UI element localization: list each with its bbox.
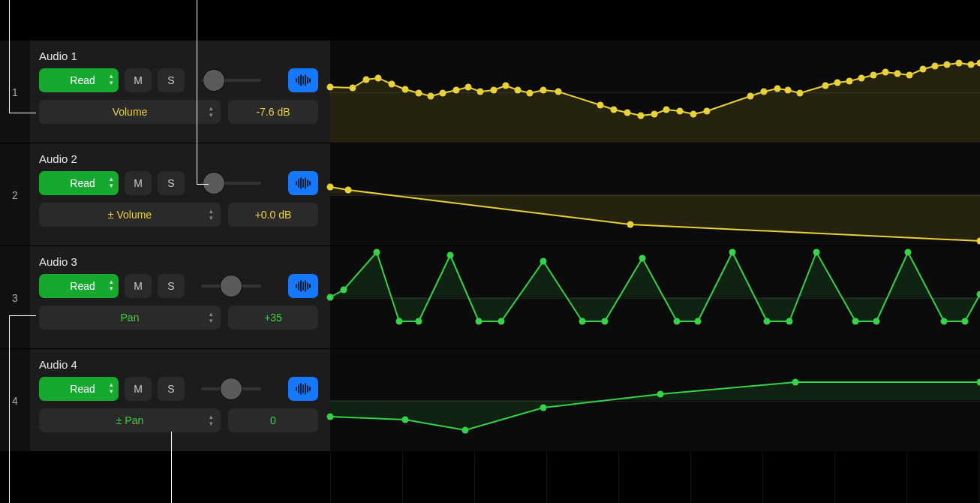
- svg-point-46: [906, 72, 913, 79]
- svg-point-47: [920, 66, 927, 73]
- automation-value-slider[interactable]: [201, 71, 261, 89]
- automation-value-slider[interactable]: [201, 277, 261, 295]
- solo-button[interactable]: S: [158, 274, 185, 298]
- automation-value-slider[interactable]: [201, 174, 261, 192]
- mute-button[interactable]: M: [125, 377, 152, 401]
- svg-point-12: [402, 86, 409, 93]
- svg-point-88: [813, 249, 820, 256]
- svg-point-86: [764, 318, 771, 325]
- svg-point-31: [677, 108, 684, 115]
- automation-lane[interactable]: [330, 349, 980, 452]
- automation-mode-button[interactable]: Read▴▾: [39, 171, 119, 195]
- svg-point-73: [374, 249, 380, 256]
- waveform-icon[interactable]: [288, 377, 318, 401]
- svg-point-8: [350, 85, 356, 92]
- callout-line: [9, 315, 10, 503]
- track-name-label: Audio 2: [39, 152, 318, 165]
- svg-point-22: [527, 90, 534, 97]
- svg-point-23: [540, 87, 547, 94]
- track-divider: [0, 451, 980, 452]
- svg-point-40: [834, 80, 841, 86]
- svg-point-94: [977, 291, 981, 298]
- svg-point-77: [476, 318, 482, 325]
- svg-point-18: [477, 89, 484, 95]
- callout-line: [171, 432, 172, 503]
- waveform-icon[interactable]: [288, 274, 318, 298]
- callout-line: [9, 0, 10, 113]
- svg-point-25: [597, 102, 604, 109]
- svg-point-44: [882, 69, 889, 76]
- svg-point-16: [453, 87, 460, 94]
- svg-point-7: [327, 84, 334, 91]
- automation-value-display[interactable]: -7.6 dB: [228, 100, 318, 124]
- svg-point-42: [858, 75, 865, 82]
- svg-point-106: [657, 391, 664, 398]
- track-name-label: Audio 3: [39, 255, 318, 268]
- automation-mode-button[interactable]: Read▴▾: [39, 377, 119, 401]
- track-name-label: Audio 4: [39, 358, 318, 371]
- automation-value-display[interactable]: +35: [228, 306, 318, 330]
- solo-button[interactable]: S: [158, 68, 185, 92]
- solo-button[interactable]: S: [158, 377, 185, 401]
- automation-parameter-select[interactable]: ± Volume▴▾: [39, 203, 221, 227]
- solo-button[interactable]: S: [158, 171, 185, 195]
- svg-point-107: [792, 379, 799, 386]
- automation-parameter-select[interactable]: ± Pan▴▾: [39, 408, 221, 432]
- automation-value-display[interactable]: 0: [228, 408, 318, 432]
- automation-parameter-select[interactable]: Volume▴▾: [39, 100, 221, 124]
- svg-point-90: [873, 318, 880, 325]
- svg-point-39: [822, 83, 829, 89]
- svg-point-19: [491, 87, 498, 94]
- track-row: 4Audio 4Read▴▾MS± Pan▴▾0: [0, 349, 980, 452]
- svg-point-35: [761, 89, 768, 95]
- mute-button[interactable]: M: [125, 68, 152, 92]
- track-header: Audio 4Read▴▾MS± Pan▴▾0: [30, 349, 330, 452]
- track-number: 3: [0, 246, 30, 349]
- svg-point-28: [638, 113, 645, 119]
- svg-point-13: [416, 90, 422, 97]
- automation-lane[interactable]: [330, 143, 980, 246]
- track-number: 1: [0, 41, 30, 143]
- svg-point-36: [774, 86, 781, 92]
- svg-point-102: [327, 414, 334, 420]
- svg-point-48: [932, 63, 939, 70]
- svg-point-105: [540, 405, 547, 411]
- track-row: 2Audio 2Read▴▾MS± Volume▴▾+0.0 dB: [0, 143, 980, 246]
- svg-point-29: [651, 111, 658, 118]
- mute-button[interactable]: M: [125, 274, 152, 298]
- automation-parameter-select[interactable]: Pan▴▾: [39, 306, 221, 330]
- svg-point-76: [447, 252, 454, 259]
- automation-value-slider[interactable]: [201, 380, 261, 398]
- waveform-icon[interactable]: [288, 171, 318, 195]
- track-number: 2: [0, 143, 30, 246]
- svg-point-75: [416, 318, 422, 325]
- svg-point-21: [515, 87, 522, 94]
- svg-point-9: [363, 77, 370, 83]
- waveform-icon[interactable]: [288, 68, 318, 92]
- svg-point-43: [870, 72, 877, 79]
- track-header: Audio 3Read▴▾MSPan▴▾+35: [30, 246, 330, 349]
- svg-point-104: [462, 427, 469, 434]
- svg-point-80: [579, 318, 586, 325]
- tracks-area: 1Audio 1Read▴▾MSVolume▴▾-7.6 dB2Audio 2R…: [0, 0, 980, 503]
- automation-lane[interactable]: [330, 246, 980, 349]
- automation-lane[interactable]: [330, 41, 980, 143]
- svg-point-89: [852, 318, 859, 325]
- automation-mode-button[interactable]: Read▴▾: [39, 68, 119, 92]
- svg-point-24: [555, 89, 562, 95]
- svg-point-50: [956, 60, 963, 67]
- svg-point-93: [962, 318, 969, 325]
- mute-button[interactable]: M: [125, 171, 152, 195]
- svg-point-15: [440, 90, 446, 97]
- track-row: 1Audio 1Read▴▾MSVolume▴▾-7.6 dB: [0, 41, 980, 143]
- svg-point-45: [894, 71, 901, 77]
- svg-point-20: [503, 83, 510, 89]
- svg-point-10: [375, 75, 382, 82]
- svg-point-11: [389, 81, 395, 88]
- automation-mode-button[interactable]: Read▴▾: [39, 274, 119, 298]
- automation-value-display[interactable]: +0.0 dB: [228, 203, 318, 227]
- svg-point-37: [785, 87, 792, 94]
- svg-point-41: [846, 78, 853, 85]
- track-row: 3Audio 3Read▴▾MSPan▴▾+35: [0, 246, 980, 349]
- svg-point-49: [944, 62, 951, 68]
